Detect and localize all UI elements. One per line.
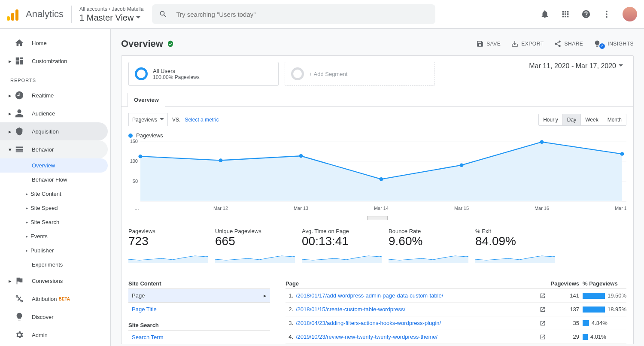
sidebar-item-behavior[interactable]: ▾ Behavior <box>0 140 108 158</box>
row-index: 3. <box>286 320 296 326</box>
svg-point-2 <box>606 16 608 18</box>
table-row[interactable]: 4. /2019/10/23/review-new-twenty-twenty-… <box>286 330 626 344</box>
sidebar-subitem-site-speed[interactable]: ▸Site Speed <box>0 201 108 215</box>
download-icon <box>511 40 519 48</box>
person-icon <box>15 109 24 118</box>
table-row[interactable]: 2. /2018/01/15/create-custom-table-wordp… <box>286 303 626 316</box>
primary-metric-dropdown[interactable]: Pageviews <box>128 113 168 126</box>
add-segment-button[interactable]: + Add Segment <box>285 62 435 86</box>
export-button[interactable]: EXPORT <box>511 39 544 49</box>
page-path-link[interactable]: /2018/01/15/create-custom-table-wordpres… <box>296 306 536 313</box>
account-selector[interactable]: All accounts › Jacob Matella 1 Master Vi… <box>79 6 143 23</box>
select-metric-link[interactable]: Select a metric <box>185 117 219 123</box>
svg-text:Mar 17: Mar 17 <box>615 206 626 211</box>
open-external-icon[interactable] <box>536 334 549 340</box>
insights-button[interactable]: 2INSIGHTS <box>593 39 634 49</box>
section-header: Site Content <box>128 279 270 288</box>
dim-page-title[interactable]: Page Title <box>128 302 270 316</box>
table-header: Page Pageviews % Pageviews <box>286 279 626 289</box>
table-row[interactable]: 3. /2018/04/23/adding-filters-actions-ho… <box>286 316 626 330</box>
chevron-down-icon <box>136 13 140 23</box>
metric-value: 9.60% <box>389 234 468 248</box>
save-icon <box>476 40 484 48</box>
bottom-section: Site Content Page▸ Page Title Site Searc… <box>122 266 633 344</box>
svg-point-19 <box>299 154 303 158</box>
clock-icon <box>15 91 24 100</box>
page-path-link[interactable]: /2018/01/17/add-wordpress-admin-page-dat… <box>296 292 536 299</box>
search-bar[interactable] <box>152 4 435 24</box>
metric-tile[interactable]: Pageviews 723 <box>128 228 208 264</box>
table-row[interactable]: 1. /2018/01/17/add-wordpress-admin-page-… <box>286 289 626 303</box>
sidebar-item-conversions[interactable]: ▸ Conversions <box>0 272 108 290</box>
chart-resize-handle[interactable] <box>367 216 388 220</box>
sidebar-item-customization[interactable]: ▸ Customization <box>0 52 108 70</box>
svg-text:Mar 15: Mar 15 <box>454 206 469 211</box>
date-range-selector[interactable]: Mar 11, 2020 - Mar 17, 2020 <box>529 62 623 70</box>
gran-week[interactable]: Week <box>581 114 603 125</box>
breadcrumb: All accounts › Jacob Matella <box>79 6 143 12</box>
granularity-selector: Hourly Day Week Month <box>538 114 626 126</box>
sidebar-subitem-behavior-flow[interactable]: Behavior Flow <box>0 173 108 187</box>
open-external-icon[interactable] <box>536 293 549 299</box>
metric-tile[interactable]: Bounce Rate 9.60% <box>389 228 468 264</box>
page-path-link[interactable]: /2018/04/23/adding-filters-actions-hooks… <box>296 320 536 326</box>
segment-all-users[interactable]: All Users 100.00% Pageviews <box>128 62 279 86</box>
sidebar-subitem-events[interactable]: ▸Events <box>0 229 108 243</box>
gran-day[interactable]: Day <box>563 114 581 125</box>
reports-heading: REPORTS <box>0 70 110 86</box>
sidebar-item-discover[interactable]: Discover <box>0 308 108 326</box>
home-icon <box>15 38 24 48</box>
tab-overview[interactable]: Overview <box>128 93 165 107</box>
sidebar-subitem-site-search[interactable]: ▸Site Search <box>0 215 108 229</box>
notifications-icon[interactable] <box>540 9 550 19</box>
logo-block: Analytics <box>7 6 72 23</box>
sidebar-item-realtime[interactable]: ▸ Realtime <box>0 86 108 104</box>
gear-icon <box>15 330 24 340</box>
page-path-link[interactable]: /2019/10/23/review-new-twenty-twenty-wor… <box>296 334 536 340</box>
metric-label: Pageviews <box>128 228 208 234</box>
pageviews-percent: 18.95% <box>579 306 626 313</box>
gran-hourly[interactable]: Hourly <box>539 114 563 125</box>
search-input[interactable] <box>176 11 428 18</box>
share-button[interactable]: SHARE <box>554 39 583 49</box>
sidebar-item-audience[interactable]: ▸ Audience <box>0 104 108 122</box>
sidebar-item-admin[interactable]: Admin <box>0 326 108 344</box>
chart-legend: Pageviews <box>122 132 633 139</box>
help-icon[interactable] <box>581 9 591 19</box>
open-external-icon[interactable] <box>536 307 549 313</box>
save-button[interactable]: SAVE <box>476 39 501 49</box>
view-selector[interactable]: 1 Master View <box>79 13 143 23</box>
sidebar-item-home[interactable]: Home <box>0 34 108 52</box>
sidebar-subitem-site-content[interactable]: ▸Site Content <box>0 187 108 201</box>
open-external-icon[interactable] <box>536 320 549 326</box>
sidebar-subitem-experiments[interactable]: Experiments <box>0 258 108 272</box>
dim-search-term[interactable]: Search Term <box>128 330 270 344</box>
apps-icon[interactable] <box>561 9 570 19</box>
sidebar-item-acquisition[interactable]: ▸ Acquisition <box>0 122 108 140</box>
user-avatar[interactable] <box>623 7 637 21</box>
gran-month[interactable]: Month <box>603 114 626 125</box>
metric-value: 00:13:41 <box>302 234 382 248</box>
segment-row: All Users 100.00% Pageviews + Add Segmen… <box>122 56 633 86</box>
sidebar-subitem-overview[interactable]: Overview <box>0 158 108 173</box>
legend-dot-icon <box>128 134 133 138</box>
pageviews-value: 137 <box>549 306 579 313</box>
svg-point-22 <box>540 140 544 144</box>
app-header: Analytics All accounts › Jacob Matella 1… <box>0 0 644 29</box>
dim-page[interactable]: Page▸ <box>128 288 270 302</box>
metric-label: Avg. Time on Page <box>302 228 382 234</box>
metric-value: 723 <box>128 234 208 248</box>
row-index: 2. <box>286 306 296 313</box>
metric-tile[interactable]: Avg. Time on Page 00:13:41 <box>302 228 382 264</box>
pageviews-value: 29 <box>549 334 579 340</box>
metric-tile[interactable]: Unique Pageviews 665 <box>215 228 295 264</box>
line-chart: 50100150…Mar 12Mar 13Mar 14Mar 15Mar 16M… <box>122 139 633 216</box>
share-icon <box>554 40 562 48</box>
svg-text:100: 100 <box>130 158 138 164</box>
page-title: Overview <box>121 38 174 49</box>
sidebar-item-attribution[interactable]: AttributionBETA <box>0 290 108 308</box>
metric-tile[interactable]: % Exit 84.09% <box>475 228 555 264</box>
more-icon[interactable] <box>602 9 611 19</box>
svg-text:Mar 12: Mar 12 <box>213 206 228 211</box>
sidebar-subitem-publisher[interactable]: ▸Publisher <box>0 243 108 258</box>
